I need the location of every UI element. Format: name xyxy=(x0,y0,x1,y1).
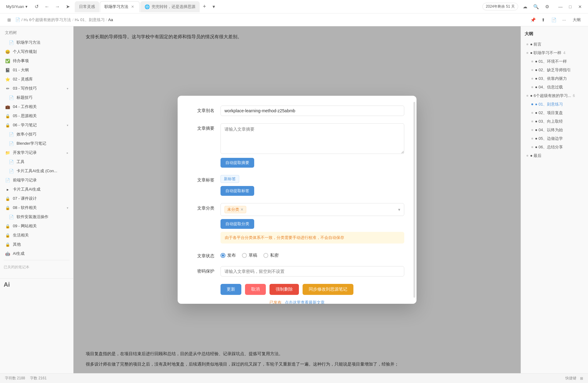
outline-item-qianyan[interactable]: ● 前言 xyxy=(525,40,584,48)
sidebar-item-work-label: 04 - 工作相关 xyxy=(13,104,68,110)
status-grid-icon[interactable]: ⊞ xyxy=(580,376,583,381)
sidebar-item-blender[interactable]: 📄 Blender学习笔记 xyxy=(1,139,72,148)
status-draft[interactable]: 草稿 xyxy=(242,253,257,258)
alias-input[interactable] xyxy=(221,106,404,116)
sidebar-item-writing[interactable]: ✏ 03 - 写作技巧 ▾ xyxy=(1,84,72,93)
nav-forward[interactable]: → xyxy=(53,2,62,11)
sidebar-item-tools[interactable]: 📄 工具 xyxy=(1,158,72,166)
breadcrumb-item-2[interactable]: H₄ 01、刻意练习 xyxy=(75,17,104,23)
cancel-button[interactable]: 取消 xyxy=(245,284,266,295)
cloud-icon[interactable]: ☁ xyxy=(521,2,529,11)
sidebar-item-inspiration-icon: ⭐ xyxy=(5,77,10,82)
auto-tags-button[interactable]: 自动提取标签 xyxy=(221,186,254,196)
auto-summary-button[interactable]: 自动提取摘要 xyxy=(221,158,254,168)
status-publish[interactable]: 发布 xyxy=(221,253,236,258)
tab-list[interactable]: ▾ xyxy=(209,2,218,11)
sidebar-item-other[interactable]: 🔒 其他 xyxy=(1,240,72,249)
sidebar-item-frontend[interactable]: 📄 前端学习记录 xyxy=(1,176,72,184)
minimize-button[interactable]: — xyxy=(556,2,565,11)
sidebar-item-website[interactable]: 🔒 09 - 网站相关 xyxy=(1,222,72,230)
summary-textarea[interactable] xyxy=(221,123,404,154)
status-private[interactable]: 私密 xyxy=(263,253,279,258)
sidebar-item-efficiency[interactable]: 📄 效率小技巧 xyxy=(1,130,72,139)
category-tag-close[interactable]: ✕ xyxy=(240,207,243,212)
outline-item-guide[interactable]: ● 02、缺乏导师指引 xyxy=(530,66,584,74)
sidebar-item-cardai2[interactable]: ▸ 卡片工具AI生成 xyxy=(1,185,72,194)
password-input[interactable] xyxy=(221,266,404,277)
outline-item-6methods-label: ● 6个超级有效的学习... xyxy=(530,93,571,99)
tab-workplace-close[interactable]: ✕ xyxy=(130,4,135,9)
pin-icon[interactable]: 📌 xyxy=(529,16,537,24)
tag-item[interactable]: 新标签 xyxy=(221,175,239,183)
sidebar-item-outline[interactable]: 📓 01 - 大纲 xyxy=(1,66,72,74)
breadcrumb-item-3[interactable]: Aa xyxy=(108,17,113,22)
tab-workplace[interactable]: 职场学习方法 ✕ xyxy=(100,1,140,12)
sidebar-item-inspiration[interactable]: ⭐ 02 - 灵感库 xyxy=(1,75,72,84)
sidebar-item-software[interactable]: 🔒 08 - 软件相关 ▾ xyxy=(1,203,72,212)
latest-article-link[interactable]: 点击这里查看最新文章 xyxy=(285,300,325,304)
sidebar-item-study-arrow: ▾ xyxy=(67,124,68,127)
sidebar-item-personal[interactable]: 😄 个人写作规划 xyxy=(1,47,72,56)
new-doc-icon[interactable]: 📄 xyxy=(549,16,558,24)
status-char-count: 字符数 2188 xyxy=(5,376,25,381)
outline-item-inner[interactable]: ● 03、依靠内驱力 xyxy=(530,75,584,83)
outline-item-zhichang-group[interactable]: ● 职场学习不一样 4 xyxy=(525,49,584,57)
export-icon[interactable]: ⬆ xyxy=(539,16,548,24)
outline-dot xyxy=(531,86,533,88)
modal-overlay[interactable]: 文章别名 文章摘要 自动提取摘要 文章标签 xyxy=(74,26,521,373)
sidebar-item-workplace[interactable]: 📄 职场学习方法 xyxy=(1,38,72,47)
sidebar-item-dev[interactable]: 📁 开发学习记录 ▸ xyxy=(1,148,72,157)
sidebar-item-title-tips[interactable]: 📄 标题技巧 xyxy=(1,93,72,102)
outline-item-6methods-group[interactable]: ● 6个超级有效的学习... 6 xyxy=(525,92,584,100)
more-icon[interactable]: ··· xyxy=(560,16,568,24)
status-draft-radio[interactable] xyxy=(242,253,247,258)
nav-send[interactable]: ➤ xyxy=(64,2,72,11)
sidebar-item-blender-label: Blender学习笔记 xyxy=(17,141,68,146)
tab-add[interactable]: + xyxy=(200,2,209,11)
sidebar-item-siyuan-rel[interactable]: 🔒 05 - 思源相关 xyxy=(1,112,72,120)
nav-back[interactable]: ← xyxy=(43,2,51,11)
outline-item-yizhong[interactable]: ● 04、以终为始 xyxy=(530,126,584,134)
close-button[interactable]: ✕ xyxy=(576,2,584,11)
search-icon[interactable]: 🔍 xyxy=(532,2,540,11)
outline-item-bianbian[interactable]: ● 05、边做边学 xyxy=(530,135,584,143)
nav-refresh[interactable]: ↺ xyxy=(32,2,41,11)
sidebar-item-courseware[interactable]: 🔒 07 - 课件设计 xyxy=(1,194,72,203)
sidebar-item-life[interactable]: 🔒 生活相关 xyxy=(1,231,72,240)
outline-item-keyi[interactable]: ● 01、刻意练习 xyxy=(530,100,584,108)
modal-scrollbar[interactable] xyxy=(413,102,415,298)
tab-daily[interactable]: 日常灵感 xyxy=(75,1,99,12)
sidebar-item-work[interactable]: 💼 04 - 工作相关 xyxy=(1,102,72,111)
outline-item-env-label: ● 01、环境不一样 xyxy=(535,59,567,64)
sidebar-item-todo[interactable]: ✅ 待办事项 xyxy=(1,57,72,65)
status-private-radio[interactable] xyxy=(263,253,268,258)
update-button[interactable]: 更新 xyxy=(221,284,241,295)
status-publish-radio[interactable] xyxy=(221,253,225,258)
outline-item-zuihou[interactable]: ● 最后 xyxy=(525,152,584,160)
tab-siyuan[interactable]: 🌐 兜兜转转，还是选择思源 xyxy=(140,1,200,12)
outline-item-fupan[interactable]: ● 02、项目复盘 xyxy=(530,109,584,117)
outline-item-info[interactable]: ● 04、信息过载 xyxy=(530,83,584,91)
sidebar-item-aigenerate[interactable]: 🤖 AI生成 xyxy=(1,249,72,258)
outline-item-xiangshang[interactable]: ● 03、向上取经 xyxy=(530,117,584,125)
sidebar-item-install[interactable]: 📄 软件安装激活操作 xyxy=(1,213,72,221)
outline-item-inner-label: ● 03、依靠内驱力 xyxy=(535,76,567,81)
year-badge[interactable]: 2024年剩余 51 天 xyxy=(482,3,518,10)
category-select[interactable]: 未分类 ✕ ▾ xyxy=(221,203,404,216)
breadcrumb-item-1[interactable]: / H₂ 6个超级有效的学习方法 xyxy=(21,17,71,23)
ai-button[interactable]: Ai xyxy=(0,278,73,291)
settings-icon[interactable]: ⚙ xyxy=(543,2,551,11)
tags-label: 文章标签 xyxy=(190,175,214,183)
maximize-button[interactable]: □ xyxy=(566,2,575,11)
sidebar-item-study[interactable]: 🔒 06 - 学习笔记 ▾ xyxy=(1,121,72,129)
outline-item-zongjie[interactable]: ● 06、总结分享 xyxy=(530,143,584,151)
sync-button[interactable]: 同步修改到思源笔记 xyxy=(303,284,353,295)
outline-button[interactable]: 大纲 xyxy=(570,16,583,24)
outline-item-env[interactable]: ● 01、环境不一样 xyxy=(530,58,584,65)
force-delete-button[interactable]: 强制删除 xyxy=(270,284,299,295)
breadcrumb-home-icon[interactable]: ⊞ xyxy=(5,16,13,24)
status-shortcut[interactable]: 快捷键 xyxy=(565,376,576,381)
sidebar-item-cardai[interactable]: 📄 卡片工具AI生成 (Con... xyxy=(1,167,72,175)
app-name[interactable]: MySiYuan ▾ xyxy=(4,3,30,10)
auto-category-button[interactable]: 自动提取分类 xyxy=(221,219,254,229)
